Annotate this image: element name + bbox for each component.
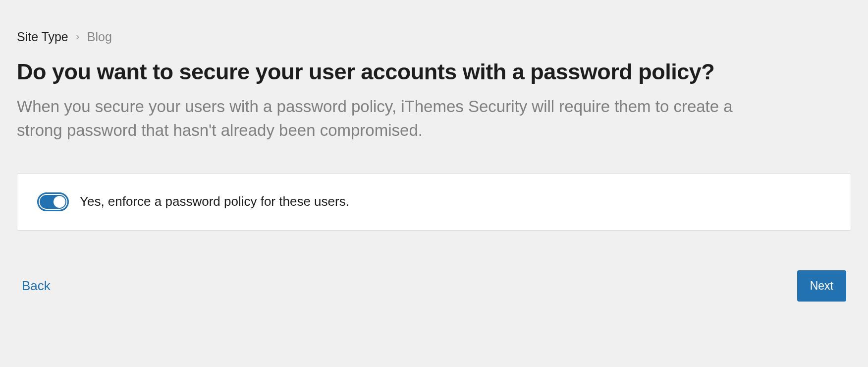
breadcrumb: Site Type Blog xyxy=(17,30,851,44)
footer-navigation: Back Next xyxy=(17,270,851,302)
back-button[interactable]: Back xyxy=(22,278,51,294)
toggle-knob xyxy=(54,196,65,208)
chevron-right-icon xyxy=(74,34,81,41)
breadcrumb-current: Blog xyxy=(87,30,112,44)
breadcrumb-parent[interactable]: Site Type xyxy=(17,30,68,44)
page-description: When you secure your users with a passwo… xyxy=(17,95,770,142)
next-button[interactable]: Next xyxy=(797,270,846,302)
enforce-policy-label: Yes, enforce a password policy for these… xyxy=(80,194,349,209)
page-title: Do you want to secure your user accounts… xyxy=(17,59,851,85)
enforce-policy-toggle[interactable] xyxy=(37,192,69,211)
password-policy-option: Yes, enforce a password policy for these… xyxy=(17,173,851,231)
